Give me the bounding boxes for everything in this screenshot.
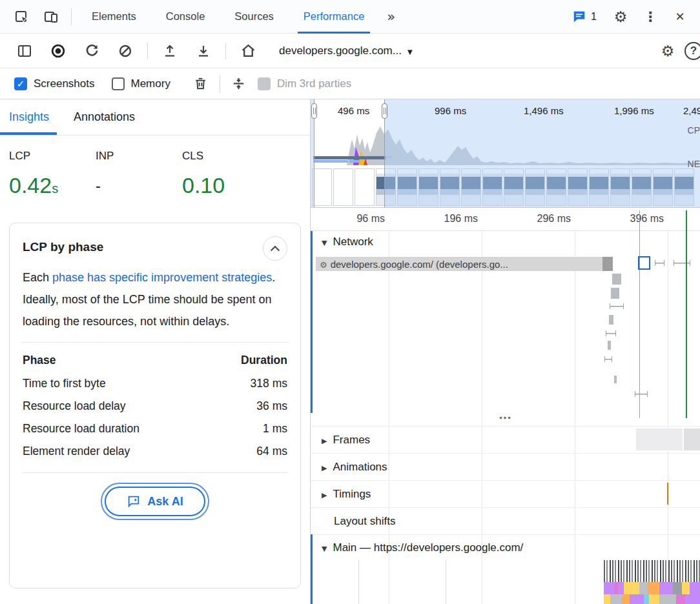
filmstrip-thumb[interactable] xyxy=(312,168,332,206)
issues-badge[interactable]: 1 xyxy=(572,10,597,24)
tab-insights[interactable]: Insights xyxy=(9,99,49,135)
network-request-bar-small[interactable] xyxy=(611,288,619,299)
timeline-ruler[interactable]: 96 ms 196 ms 296 ms 396 ms xyxy=(311,208,700,231)
metric-inp[interactable]: INP - xyxy=(96,150,182,198)
network-request-bar-small[interactable] xyxy=(612,274,621,285)
filmstrip-thumb[interactable] xyxy=(333,168,353,206)
performance-toolbar: developers.google.com... ? xyxy=(0,34,700,68)
flame-segment[interactable] xyxy=(676,594,685,604)
request-whisker[interactable] xyxy=(635,391,648,397)
garbage-collect-icon[interactable] xyxy=(187,70,214,97)
flame-segment[interactable] xyxy=(659,582,673,594)
tab-performance[interactable]: Performance xyxy=(289,0,379,34)
request-whisker[interactable] xyxy=(655,260,664,266)
metric-lcp[interactable]: LCP 0.42s xyxy=(9,150,96,198)
clear-button[interactable] xyxy=(108,37,142,65)
toggle-sidebar-icon[interactable] xyxy=(8,37,41,65)
improvement-strategies-link[interactable]: phase has specific improvement strategie… xyxy=(52,271,272,284)
settings-gear-icon[interactable] xyxy=(606,5,635,29)
selected-url: developers.google.com... xyxy=(279,45,402,57)
flame-segment[interactable] xyxy=(648,582,659,594)
flame-segment[interactable] xyxy=(685,594,700,604)
timeline-overview[interactable]: 496 ms 996 ms 1,496 ms 1,996 ms 2,49 CP … xyxy=(311,99,700,208)
selection-handle-right[interactable] xyxy=(382,103,387,119)
timings-track[interactable]: Timings xyxy=(311,480,700,507)
cls-label: CLS xyxy=(182,150,269,163)
upload-profile-icon[interactable] xyxy=(153,37,187,65)
more-tabs-icon[interactable]: » xyxy=(379,9,403,25)
tab-sources[interactable]: Sources xyxy=(220,0,289,34)
animations-track[interactable]: Animations xyxy=(311,453,700,480)
memory-label[interactable]: Memory xyxy=(131,77,170,90)
insights-sidebar: Insights Annotations LCP 0.42s INP - CLS… xyxy=(0,99,311,604)
screenshots-checkbox[interactable] xyxy=(14,77,27,90)
filmstrip-thumb[interactable] xyxy=(355,168,375,206)
animations-label: Animations xyxy=(333,461,387,474)
help-icon[interactable]: ? xyxy=(685,42,700,60)
disclosure-triangle-icon xyxy=(322,434,327,447)
flame-segment[interactable] xyxy=(673,582,682,594)
network-request-bar-small[interactable] xyxy=(608,341,611,350)
flame-segment[interactable] xyxy=(618,582,624,594)
close-icon[interactable] xyxy=(665,5,695,29)
tab-console[interactable]: Console xyxy=(151,0,220,34)
request-bar-cap xyxy=(602,257,613,271)
flame-segment[interactable] xyxy=(622,594,630,604)
message-bubble-icon xyxy=(572,10,586,24)
request-whisker[interactable] xyxy=(674,260,690,266)
home-icon[interactable] xyxy=(231,37,265,65)
timing-marker[interactable] xyxy=(667,483,668,505)
network-section-header[interactable]: Network xyxy=(311,231,700,253)
flame-segment[interactable] xyxy=(630,594,644,604)
frame-thumbnail[interactable] xyxy=(636,428,683,450)
request-whisker[interactable] xyxy=(604,356,612,362)
memory-checkbox[interactable] xyxy=(112,77,125,90)
capture-settings-gear-icon[interactable] xyxy=(651,37,685,65)
device-toolbar-icon[interactable] xyxy=(36,5,66,29)
tab-annotations[interactable]: Annotations xyxy=(74,99,135,135)
flame-segment[interactable] xyxy=(659,594,676,604)
flame-segment[interactable] xyxy=(682,582,690,594)
collapse-card-button[interactable] xyxy=(263,236,287,261)
flame-segment[interactable] xyxy=(604,582,614,594)
frame-thumbnail[interactable] xyxy=(684,428,700,450)
inspect-icon[interactable] xyxy=(6,5,36,29)
phase-duration: 1 ms xyxy=(263,422,287,436)
download-profile-icon[interactable] xyxy=(187,37,220,65)
phase-row: Time to first byte318 ms xyxy=(23,372,287,395)
request-whisker[interactable] xyxy=(610,303,624,309)
flame-segment[interactable] xyxy=(624,582,639,594)
flame-segment[interactable] xyxy=(639,582,648,594)
metric-cls[interactable]: CLS 0.10 xyxy=(182,150,269,198)
network-request-bar[interactable]: developers.google.com/ (developers.go... xyxy=(316,257,613,271)
ask-ai-button[interactable]: Ask AI xyxy=(105,487,205,516)
selected-request-outline[interactable] xyxy=(638,256,650,270)
flame-segment[interactable] xyxy=(690,582,700,594)
flame-segment[interactable] xyxy=(610,594,622,604)
flame-segment[interactable] xyxy=(644,594,649,604)
selection-handle-left[interactable] xyxy=(311,103,317,119)
phase-duration: 36 ms xyxy=(256,399,287,413)
flame-segment[interactable] xyxy=(649,594,659,604)
screenshots-label[interactable]: Screenshots xyxy=(34,77,95,90)
history-url-selector[interactable]: developers.google.com... xyxy=(279,45,413,57)
main-thread-track[interactable]: Main — https://developers.google.com/ xyxy=(311,534,700,560)
dim-third-parties-checkbox[interactable] xyxy=(258,77,271,90)
network-request-bar-small[interactable] xyxy=(614,376,617,383)
request-whisker[interactable] xyxy=(606,330,616,336)
main-thread-task-cluster[interactable] xyxy=(604,560,700,582)
collapse-rows-icon[interactable] xyxy=(225,70,252,97)
layout-shifts-track[interactable]: Layout shifts xyxy=(311,507,700,534)
record-button[interactable] xyxy=(41,37,75,65)
reload-record-button[interactable] xyxy=(75,37,108,65)
lcp-by-phase-card: LCP by phase Each phase has specific imp… xyxy=(9,223,301,589)
tab-elements[interactable]: Elements xyxy=(77,0,151,34)
track-resize-handle[interactable]: ... xyxy=(311,408,700,421)
flame-gridline xyxy=(446,560,446,604)
phase-duration: 64 ms xyxy=(256,445,287,458)
lcp-value: 0.42s xyxy=(9,173,96,198)
request-gear-icon xyxy=(320,259,327,270)
network-request-bar-small[interactable] xyxy=(609,315,613,325)
flame-segment[interactable] xyxy=(604,594,610,604)
kebab-menu-icon[interactable] xyxy=(635,5,665,29)
